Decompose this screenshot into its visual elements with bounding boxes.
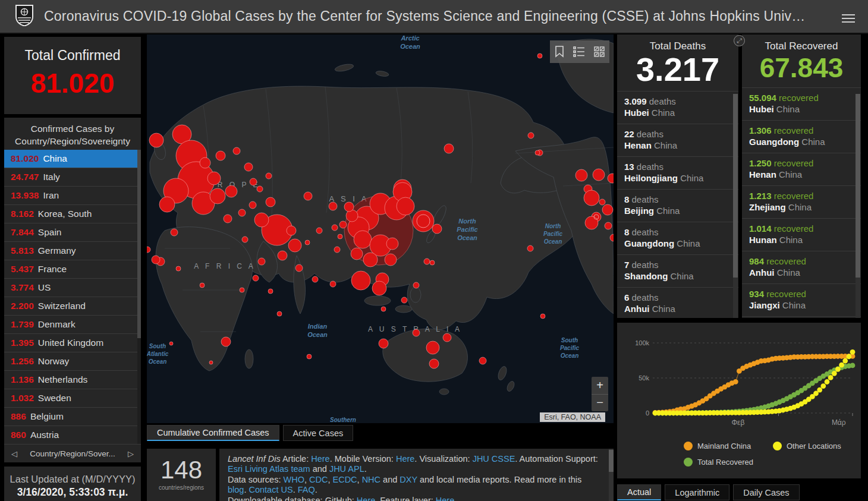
- confirmed-country-row[interactable]: 5.437France: [4, 260, 141, 279]
- case-bubble[interactable]: [216, 151, 225, 160]
- case-bubble[interactable]: [304, 192, 312, 200]
- case-bubble[interactable]: [233, 147, 240, 155]
- case-bubble[interactable]: [351, 271, 370, 290]
- pager-next-icon[interactable]: ▷: [128, 449, 134, 458]
- case-bubble[interactable]: [479, 357, 486, 364]
- case-bubble[interactable]: [277, 311, 282, 316]
- case-bubble[interactable]: [266, 197, 275, 207]
- case-bubble[interactable]: [593, 169, 605, 181]
- data-point[interactable]: [825, 379, 830, 385]
- deaths-row[interactable]: 8 deathsBeijing China: [617, 190, 738, 222]
- case-bubble[interactable]: [535, 150, 540, 155]
- case-bubble[interactable]: [288, 239, 301, 252]
- case-bubble[interactable]: [338, 234, 342, 239]
- recovered-row[interactable]: 743 recoveredShandong China: [742, 317, 861, 318]
- case-bubble[interactable]: [430, 260, 435, 265]
- case-bubble[interactable]: [540, 314, 545, 319]
- case-bubble[interactable]: [584, 190, 599, 206]
- confirmed-country-row[interactable]: 8.162Korea, South: [4, 205, 141, 223]
- case-bubble[interactable]: [385, 254, 397, 266]
- data-point[interactable]: [832, 371, 837, 376]
- case-bubble[interactable]: [332, 225, 338, 231]
- recovered-row[interactable]: 55.094 recoveredHubei China: [742, 88, 861, 121]
- case-bubble[interactable]: [200, 157, 210, 168]
- case-bubble[interactable]: [249, 201, 256, 209]
- confirmed-country-row[interactable]: 7.844Spain: [4, 223, 141, 242]
- case-bubble[interactable]: [424, 259, 430, 264]
- info-scrollbar[interactable]: [609, 449, 614, 501]
- info-link[interactable]: Here: [396, 454, 414, 464]
- recovered-row[interactable]: 1.306 recoveredGuangdong China: [742, 121, 861, 153]
- data-point[interactable]: [828, 375, 834, 380]
- case-bubble[interactable]: [266, 173, 272, 179]
- case-bubble[interactable]: [413, 282, 419, 288]
- case-bubble[interactable]: [147, 247, 150, 253]
- bookmark-icon[interactable]: [555, 46, 564, 58]
- case-bubble[interactable]: [238, 209, 246, 216]
- case-bubble[interactable]: [602, 204, 613, 215]
- data-point[interactable]: [850, 349, 856, 355]
- data-point[interactable]: [839, 363, 844, 368]
- confirmed-country-row[interactable]: 886Belgium: [4, 408, 141, 426]
- case-bubble[interactable]: [585, 216, 598, 229]
- case-bubble[interactable]: [354, 231, 372, 248]
- confirmed-country-row[interactable]: 1.256Norway: [4, 352, 141, 371]
- info-link[interactable]: CDC: [309, 475, 328, 484]
- case-bubble[interactable]: [605, 222, 612, 229]
- case-bubble[interactable]: [344, 202, 354, 212]
- deaths-row[interactable]: 7 deathsShandong China: [617, 255, 738, 288]
- info-link[interactable]: DXY: [400, 475, 417, 484]
- case-bubble[interactable]: [207, 172, 221, 185]
- map-canvas[interactable]: ArcticOceanE U R O P EA S I AA F R I C A…: [147, 34, 614, 423]
- confirmed-country-row[interactable]: 5.813Germany: [4, 242, 141, 260]
- case-bubble[interactable]: [444, 144, 454, 153]
- info-link[interactable]: Here: [311, 454, 329, 464]
- case-bubble[interactable]: [413, 329, 420, 336]
- deaths-row[interactable]: 22 deathsHenan China: [617, 124, 738, 157]
- confirmed-country-row[interactable]: 13.938Iran: [4, 187, 141, 205]
- info-link[interactable]: Contact US: [249, 485, 293, 494]
- case-bubble[interactable]: [254, 213, 269, 227]
- case-bubble[interactable]: [443, 333, 451, 342]
- zoom-out-button[interactable]: −: [592, 395, 608, 412]
- case-bubble[interactable]: [287, 226, 296, 235]
- recovered-row[interactable]: 1.014 recoveredHunan China: [742, 219, 861, 251]
- confirmed-country-row[interactable]: 1.136Netherlands: [4, 371, 141, 389]
- confirmed-country-row[interactable]: 1.739Denmark: [4, 316, 141, 334]
- menu-icon[interactable]: [842, 12, 855, 25]
- case-bubble[interactable]: [240, 288, 244, 292]
- case-bubble[interactable]: [250, 178, 257, 185]
- case-bubble[interactable]: [528, 133, 534, 138]
- case-bubble[interactable]: [575, 169, 587, 181]
- basemap-grid-icon[interactable]: [594, 46, 605, 57]
- case-bubble[interactable]: [159, 197, 175, 212]
- case-bubble[interactable]: [413, 210, 434, 232]
- case-bubble[interactable]: [225, 185, 237, 197]
- data-point[interactable]: [847, 354, 852, 360]
- case-bubble[interactable]: [401, 297, 407, 303]
- confirmed-country-row[interactable]: 3.774US: [4, 279, 141, 297]
- info-link[interactable]: blog: [228, 485, 244, 494]
- deaths-row[interactable]: 3.099 deathsHubei China: [617, 92, 738, 124]
- case-bubble[interactable]: [295, 264, 303, 272]
- legend-item[interactable]: Total Recovered: [684, 458, 773, 467]
- case-bubble[interactable]: [351, 248, 363, 260]
- case-bubble[interactable]: [221, 337, 231, 346]
- trend-chart[interactable]: 050k100kΦεβΜάρ: [617, 331, 861, 433]
- world-map[interactable]: ArcticOceanE U R O P EA S I AA F R I C A…: [147, 34, 614, 423]
- confirmed-country-row[interactable]: 1.395United Kingdom: [4, 334, 141, 352]
- case-bubble[interactable]: [200, 283, 205, 288]
- legend-list-icon[interactable]: [573, 46, 585, 57]
- confirmed-country-row[interactable]: 860Austria: [4, 426, 141, 444]
- case-bubble[interactable]: [537, 53, 542, 58]
- recovered-row[interactable]: 984 recoveredAnhui China: [742, 251, 861, 284]
- case-bubble[interactable]: [397, 197, 414, 215]
- case-bubble[interactable]: [210, 188, 225, 204]
- case-bubble[interactable]: [339, 221, 347, 228]
- case-bubble[interactable]: [426, 341, 439, 354]
- chart-tab-logarithmic[interactable]: Logarithmic: [665, 484, 729, 500]
- case-bubble[interactable]: [176, 266, 181, 271]
- pager-prev-icon[interactable]: ◁: [11, 449, 17, 458]
- case-bubble[interactable]: [253, 275, 259, 281]
- case-bubble[interactable]: [244, 163, 253, 171]
